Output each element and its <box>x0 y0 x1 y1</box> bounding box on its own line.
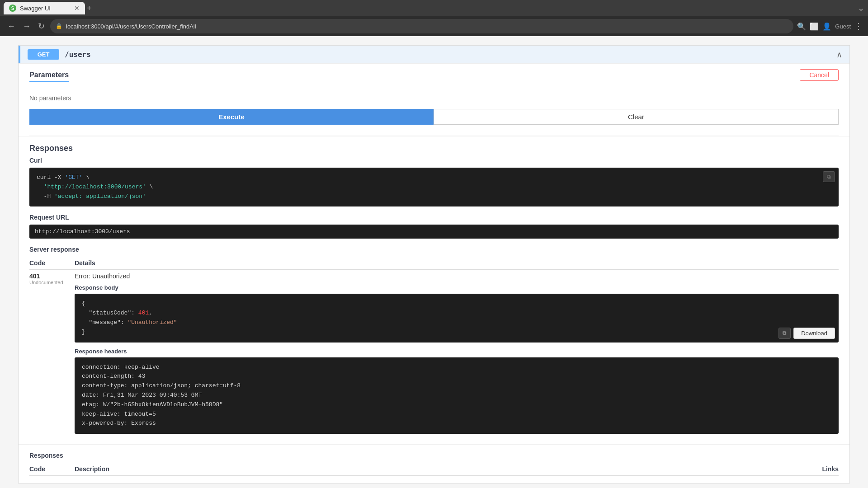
bottom-code-header: Code <box>29 463 75 476</box>
response-undocumented: Undocumented <box>29 280 75 285</box>
curl-section: Curl curl -X 'GET' \ 'http://localhost:3… <box>19 157 849 214</box>
server-response-section: Server response Code Details 401 <box>19 246 849 444</box>
browser-window: Swagger UI ✕ + ⌄ ← → ↻ 🔒 localhost:3000/… <box>0 0 868 488</box>
header-keep-alive: keep-alive: timeout=5 <box>82 411 156 418</box>
endpoint-block: GET /users ∧ Parameters Cancel No parame… <box>18 45 850 483</box>
error-text: Error: Unauthorized <box>75 272 839 280</box>
header-date: date: Fri,31 Mar 2023 09:40:53 GMT <box>82 392 202 399</box>
header-content-type: content-type: application/json; charset=… <box>82 382 241 389</box>
copy-response-button[interactable]: ⧉ <box>778 328 791 339</box>
parameters-title: Parameters <box>29 71 69 82</box>
server-response-label: Server response <box>29 246 839 253</box>
search-icon[interactable]: 🔍 <box>797 22 806 31</box>
method-badge: GET <box>28 49 59 60</box>
body-brace-open: { <box>82 300 85 307</box>
browser-toolbar: ← → ↻ 🔒 localhost:3000/api/#/users/Users… <box>0 16 868 36</box>
menu-icon[interactable]: ⋮ <box>854 21 863 31</box>
response-headers-block: connection: keep-alive content-length: 4… <box>75 357 839 434</box>
request-url-label: Request URL <box>29 214 839 221</box>
browser-actions: 🔍 ⬜ 👤 Guest ⋮ <box>797 21 863 31</box>
new-tab-button[interactable]: + <box>87 4 92 13</box>
curl-code-block: curl -X 'GET' \ 'http://localhost:3000/u… <box>29 168 839 206</box>
responses-section-title: Responses <box>19 136 849 157</box>
response-table: Code Details 401 Undocumented <box>29 257 839 436</box>
swagger-container: GET /users ∧ Parameters Cancel No parame… <box>0 36 868 488</box>
response-row: 401 Undocumented Error: Unauthorized Res… <box>29 270 839 436</box>
clear-button[interactable]: Clear <box>434 109 839 125</box>
forward-button[interactable]: → <box>21 20 33 33</box>
user-icon[interactable]: 👤 <box>822 22 831 31</box>
url-text: localhost:3000/api/#/users/UsersControll… <box>66 23 788 30</box>
action-buttons: Execute Clear <box>29 109 839 125</box>
bottom-description-header: Description <box>75 463 593 476</box>
curl-line3: -H 'accept: application/json' <box>37 193 146 200</box>
download-button[interactable]: Download <box>793 328 835 339</box>
body-status-code-key: "statusCode": 401, <box>82 310 152 316</box>
bottom-links-header: Links <box>593 463 839 476</box>
bottom-responses-table: Code Description Links <box>29 463 839 476</box>
collapse-icon[interactable]: ∧ <box>836 50 842 60</box>
curl-line2: 'http://localhost:3000/users' \ <box>37 183 153 190</box>
code-header: Code <box>29 257 75 270</box>
tab-title: Swagger UI <box>20 5 51 12</box>
page-content: GET /users ∧ Parameters Cancel No parame… <box>0 36 868 488</box>
header-connection: connection: keep-alive <box>82 364 160 371</box>
response-details: Error: Unauthorized Response body { "sta… <box>75 270 839 436</box>
no-params-text: No parameters <box>29 94 839 102</box>
response-body-block: { "statusCode": 401, "message": "Unautho… <box>75 294 839 342</box>
address-bar[interactable]: 🔒 localhost:3000/api/#/users/UsersContro… <box>50 19 793 33</box>
header-content-length: content-length: 43 <box>82 373 145 380</box>
copy-curl-button[interactable]: ⧉ <box>823 171 835 182</box>
response-headers-label: Response headers <box>75 348 839 355</box>
tab-favicon <box>9 5 16 12</box>
active-tab[interactable]: Swagger UI ✕ <box>4 2 85 14</box>
header-x-powered-by: x-powered-by: Express <box>82 420 156 427</box>
parameters-section: Parameters Cancel No parameters Execute … <box>19 63 849 136</box>
curl-label: Curl <box>29 157 839 164</box>
split-view-icon[interactable]: ⬜ <box>810 22 819 31</box>
bottom-responses-label: Responses <box>29 452 839 459</box>
request-url-value: http://localhost:3000/users <box>29 225 839 239</box>
request-url-section: Request URL http://localhost:3000/users <box>19 214 849 246</box>
response-code: 401 <box>29 272 75 280</box>
endpoint-header[interactable]: GET /users ∧ <box>19 46 849 63</box>
refresh-button[interactable]: ↻ <box>36 19 47 33</box>
cancel-button[interactable]: Cancel <box>800 69 839 81</box>
header-etag: etag: W/"2b-hGShxOkienAVDloBubJVM+h58D8" <box>82 401 223 408</box>
response-body-label: Response body <box>75 284 839 291</box>
execute-button[interactable]: Execute <box>29 109 434 125</box>
curl-line1: curl -X 'GET' \ <box>37 174 90 181</box>
body-brace-close: } <box>82 328 85 335</box>
back-button[interactable]: ← <box>5 20 17 33</box>
body-message-key: "message": "Unauthorized" <box>82 319 177 326</box>
lock-icon: 🔒 <box>56 23 62 29</box>
tab-bar: Swagger UI ✕ + ⌄ <box>0 0 868 16</box>
details-header: Details <box>75 257 839 270</box>
endpoint-path: /users <box>65 50 91 59</box>
tab-close-btn[interactable]: ✕ <box>74 5 80 12</box>
username: Guest <box>835 23 851 30</box>
bottom-responses-section: Responses Code Description Links <box>19 444 849 483</box>
